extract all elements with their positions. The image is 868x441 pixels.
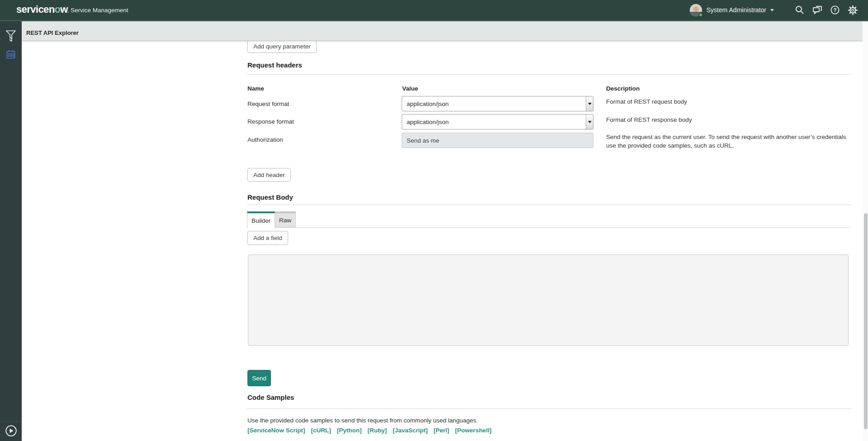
select-arrow-icon — [588, 121, 592, 123]
play-icon[interactable] — [0, 425, 22, 437]
request-format-label: Request format — [247, 101, 289, 107]
tab-raw[interactable]: Raw — [275, 211, 296, 227]
code-sample-links: [ServiceNow Script] [cURL] [Python] [Rub… — [247, 427, 491, 434]
divider — [247, 205, 851, 205]
link-perl[interactable]: [Perl] — [434, 427, 450, 434]
user-avatar[interactable] — [690, 4, 702, 16]
page-header-bar: REST API Explorer — [22, 21, 862, 41]
logo-trademark: . — [68, 9, 69, 14]
response-format-label: Response format — [247, 118, 294, 125]
logo-o-glyph: o — [55, 4, 61, 15]
svg-text:?: ? — [833, 7, 836, 13]
link-python[interactable]: [Python] — [337, 427, 362, 434]
calendar-grid-icon[interactable] — [0, 49, 22, 60]
rest-api-explorer-page: servicenow. Service Management System Ad… — [0, 0, 868, 441]
help-icon[interactable]: ? — [830, 5, 840, 15]
left-sidebar — [0, 21, 22, 441]
link-servicenow-script[interactable]: [ServiceNow Script] — [247, 427, 305, 434]
request-format-select[interactable]: application/json — [402, 96, 593, 111]
link-javascript[interactable]: [JavaScript] — [393, 427, 427, 434]
request-format-selected-value: application/json — [402, 101, 586, 107]
presence-dot — [698, 13, 703, 17]
select-arrow-zone — [586, 115, 593, 129]
select-arrow-icon — [588, 103, 592, 105]
divider — [247, 74, 851, 75]
search-icon[interactable] — [794, 5, 805, 15]
add-query-parameter-button[interactable]: Add query parameter — [247, 39, 317, 53]
column-header-description: Description — [606, 85, 640, 92]
page-title: REST API Explorer — [26, 29, 79, 36]
vertical-scrollbar-thumb[interactable] — [864, 213, 868, 429]
add-a-field-button[interactable]: Add a field — [247, 231, 288, 245]
chevron-down-icon[interactable] — [770, 9, 774, 11]
link-curl[interactable]: [cURL] — [311, 427, 331, 434]
chat-icon[interactable] — [812, 5, 823, 15]
top-banner: servicenow. Service Management System Ad… — [0, 0, 868, 21]
tab-builder[interactable]: Builder — [247, 211, 275, 228]
request-body-builder-area[interactable] — [248, 254, 849, 346]
response-format-selected-value: application/json — [402, 119, 586, 125]
user-menu-label[interactable]: System Administrator — [707, 6, 766, 14]
column-header-name: Name — [247, 85, 264, 92]
link-ruby[interactable]: [Ruby] — [368, 427, 387, 434]
request-body-title: Request Body — [247, 193, 293, 201]
select-arrow-zone — [586, 96, 593, 111]
divider — [247, 408, 851, 409]
request-headers-title: Request headers — [247, 61, 302, 69]
logo-text-2: w — [60, 4, 68, 15]
product-name: Service Management — [71, 7, 128, 14]
tab-bottom-border — [247, 227, 851, 228]
servicenow-logo[interactable]: servicenow. — [16, 4, 69, 15]
code-samples-description: Use the provided code samples to send th… — [247, 417, 478, 424]
banner-right-cluster: System Administrator ? — [690, 0, 858, 20]
logo-text-1: servicen — [16, 4, 55, 15]
column-header-value: Value — [402, 85, 418, 92]
authorization-label: Authorization — [247, 136, 283, 143]
link-powershell[interactable]: [Powershell] — [455, 427, 491, 434]
authorization-description: Send the request as the current user. To… — [606, 133, 858, 150]
add-header-button[interactable]: Add header — [247, 168, 291, 182]
request-format-description: Format of REST request body — [606, 97, 858, 106]
filter-navigator-icon[interactable] — [0, 29, 22, 42]
response-format-description: Format of REST response body — [606, 115, 858, 124]
gear-icon[interactable] — [847, 5, 858, 15]
send-button[interactable]: Send — [247, 370, 271, 386]
sidebar-divider — [0, 421, 22, 422]
authorization-field: Send as me — [402, 133, 593, 148]
code-samples-title: Code Samples — [247, 393, 294, 401]
response-format-select[interactable]: application/json — [402, 114, 593, 129]
